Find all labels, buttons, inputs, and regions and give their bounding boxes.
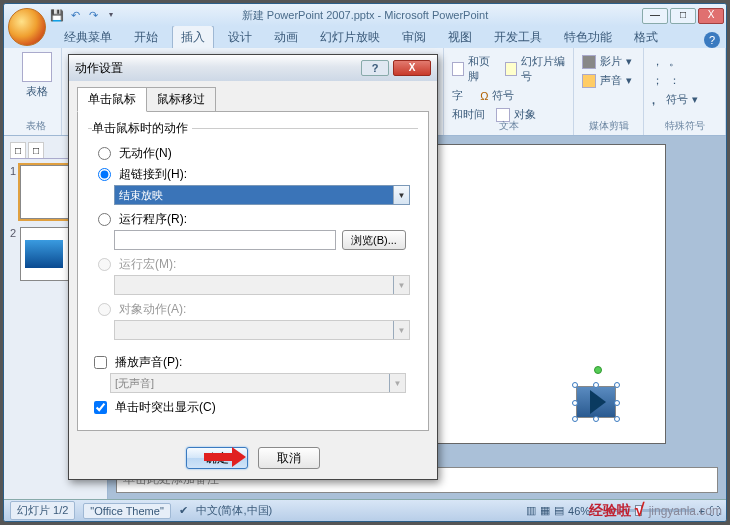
title-bar: 💾 ↶ ↷ ▾ 新建 PowerPoint 2007.pptx - Micros… (4, 4, 726, 26)
thumb-num-1: 1 (10, 165, 16, 219)
chevron-down-icon: ▼ (393, 321, 409, 339)
ole-combo: ▼ (114, 320, 410, 340)
ribbon-tabs: 经典菜单 开始 插入 设计 动画 幻灯片放映 审阅 视图 开发工具 特色功能 格… (4, 26, 726, 48)
tab-insert[interactable]: 插入 (172, 25, 214, 48)
label-hyperlink: 超链接到(H): (119, 166, 187, 183)
label-macro: 运行宏(M): (119, 256, 176, 273)
chevron-down-icon: ▼ (393, 276, 409, 294)
qat-undo-icon[interactable]: ↶ (67, 7, 83, 23)
dlg-tab-hover[interactable]: 鼠标移过 (146, 87, 216, 112)
tab-view[interactable]: 视图 (440, 26, 480, 48)
macro-combo: ▼ (114, 275, 410, 295)
view-sorter-icon[interactable]: ▦ (540, 504, 550, 517)
selected-shape[interactable] (572, 380, 620, 422)
min-button[interactable]: — (642, 8, 668, 24)
radio-macro (98, 258, 111, 271)
panel-tab-slides[interactable]: □ (10, 142, 26, 158)
watermark-check-icon: √ (635, 500, 645, 521)
panel-tab-outline[interactable]: □ (28, 142, 44, 158)
max-button[interactable]: □ (670, 8, 696, 24)
group-symbol-label: 特殊符号 (644, 119, 725, 133)
qat-dropdown-icon[interactable]: ▾ (103, 7, 119, 23)
window-title: 新建 PowerPoint 2007.pptx - Microsoft Powe… (242, 8, 488, 23)
qat-save-icon[interactable]: 💾 (49, 7, 65, 23)
sound-value: [无声音] (111, 376, 389, 391)
status-theme: "Office Theme" (83, 503, 170, 519)
label-highlight: 单击时突出显示(C) (115, 399, 216, 416)
label-ole: 对象动作(A): (119, 301, 186, 318)
chk-highlight[interactable] (94, 401, 107, 414)
cmd-header-footer[interactable]: 和页脚 幻灯片编号 (452, 54, 565, 84)
radio-run-program[interactable] (98, 213, 111, 226)
annotation-arrow (204, 447, 252, 467)
tab-format[interactable]: 格式 (626, 26, 666, 48)
table-icon (22, 52, 52, 82)
sound-icon (582, 74, 596, 88)
tab-classic[interactable]: 经典菜单 (56, 26, 120, 48)
dialog-title: 动作设置 (75, 60, 123, 77)
sym-more[interactable]: , 符号 ▾ (652, 92, 717, 107)
tab-slideshow[interactable]: 幻灯片放映 (312, 26, 388, 48)
radio-hyperlink[interactable] (98, 168, 111, 181)
cmd-sound[interactable]: 声音 ▾ (582, 73, 635, 88)
tab-dev[interactable]: 开发工具 (486, 26, 550, 48)
tab-review[interactable]: 审阅 (394, 26, 434, 48)
tab-home[interactable]: 开始 (126, 26, 166, 48)
watermark: 经验啦 √ jingyanla.com (589, 500, 722, 521)
movie-icon (582, 55, 596, 69)
thumb-num-2: 2 (10, 227, 16, 281)
status-slide: 幻灯片 1/2 (10, 501, 75, 520)
label-run-program: 运行程序(R): (119, 211, 187, 228)
rotate-handle[interactable] (594, 366, 602, 374)
dialog-titlebar[interactable]: 动作设置 ? X (69, 55, 437, 81)
tab-anim[interactable]: 动画 (266, 26, 306, 48)
hyperlink-value: 结束放映 (115, 188, 393, 203)
view-show-icon[interactable]: ▤ (554, 504, 564, 517)
chk-sound[interactable] (94, 356, 107, 369)
group-media-label: 媒体剪辑 (574, 119, 643, 133)
status-zoom: 46% (568, 505, 590, 517)
legend-click-action: 单击鼠标时的动作 (92, 120, 192, 137)
chevron-down-icon[interactable]: ▼ (393, 186, 409, 204)
radio-none[interactable] (98, 147, 111, 160)
group-text-label: 文本 (444, 119, 573, 133)
dlg-tab-click[interactable]: 单击鼠标 (77, 87, 147, 112)
run-program-field[interactable] (114, 230, 336, 250)
group-table-label: 表格 (10, 119, 61, 133)
spellcheck-icon[interactable]: ✔ (179, 504, 188, 517)
cmd-char-symbol[interactable]: 字 Ω 符号 (452, 88, 565, 103)
sound-combo: [无声音]▼ (110, 373, 406, 393)
cmd-movie[interactable]: 影片 ▾ (582, 54, 635, 69)
chevron-down-icon: ▼ (389, 374, 405, 392)
label-sound: 播放声音(P): (115, 354, 182, 371)
tab-special[interactable]: 特色功能 (556, 26, 620, 48)
tab-design[interactable]: 设计 (220, 26, 260, 48)
table-label: 表格 (26, 84, 48, 99)
sym-row2[interactable]: ；： (652, 73, 717, 88)
qat-redo-icon[interactable]: ↷ (85, 7, 101, 23)
status-lang: 中文(简体,中国) (196, 503, 272, 518)
sym-row1[interactable]: ，。 (652, 54, 717, 69)
help-icon[interactable]: ? (704, 32, 720, 48)
hyperlink-combo[interactable]: 结束放映▼ (114, 185, 410, 205)
watermark-brand: 经验啦 (589, 502, 631, 520)
dialog-close-button[interactable]: X (393, 60, 431, 76)
cancel-button[interactable]: 取消 (258, 447, 320, 469)
headerfooter-icon (452, 62, 464, 76)
browse-button[interactable]: 浏览(B)... (342, 230, 406, 250)
label-none: 无动作(N) (119, 145, 172, 162)
forward-icon (590, 390, 606, 414)
dialog-help-button[interactable]: ? (361, 60, 389, 76)
watermark-url: jingyanla.com (649, 504, 722, 518)
radio-ole (98, 303, 111, 316)
thumb-2-image (25, 240, 63, 268)
quick-access-toolbar: 💾 ↶ ↷ ▾ (49, 7, 119, 23)
slidenum-icon (505, 62, 517, 76)
office-button[interactable] (8, 8, 46, 46)
window-close-button[interactable]: X (698, 8, 724, 24)
action-settings-dialog: 动作设置 ? X 单击鼠标 鼠标移过 单击鼠标时的动作 无动作(N) 超链接到(… (68, 54, 438, 480)
table-button[interactable]: 表格 (18, 52, 56, 99)
view-normal-icon[interactable]: ▥ (526, 504, 536, 517)
